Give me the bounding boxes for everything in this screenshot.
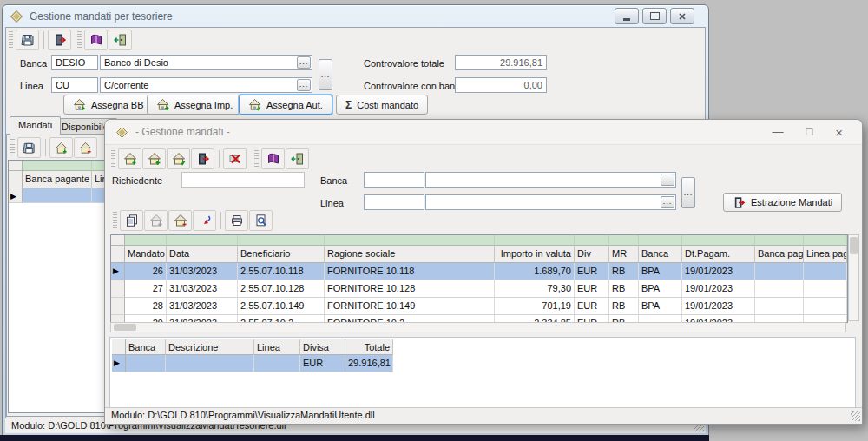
house-check-icon [248,98,261,111]
controvalore-banca-label: Controvalore con banca [364,79,465,93]
linea-desc-field[interactable] [425,194,676,210]
minimize-button[interactable]: — [772,125,783,140]
row-selector[interactable]: ▶ [9,188,23,203]
col-banca[interactable]: Banca [639,246,682,263]
col-importo[interactable]: Importo in valuta [495,246,575,263]
table-row[interactable]: 27 31/03/2023 2.55.07.10.128 FORNITORE 1… [111,280,847,298]
richiedente-field[interactable] [181,172,305,188]
edit-mandato-button[interactable] [142,148,166,169]
row-selector[interactable]: ▶ [112,355,126,372]
row-selector[interactable] [111,280,125,298]
col-beneficiario[interactable]: Beneficiario [238,246,325,263]
table-row[interactable]: 28 31/03/2023 2.55.07.10.149 FORNITORE 1… [111,298,847,315]
col-div[interactable]: Div [575,246,609,263]
assign-row-button[interactable] [49,137,73,158]
titlebar-tesoriere[interactable]: Gestione mandati per tesoriere [3,5,708,27]
col-banca-pagante[interactable]: Banca pagante [23,171,92,188]
vertical-scrollbar[interactable] [848,234,859,321]
copy-button[interactable] [120,210,143,231]
col-mandato[interactable]: Mandato [125,246,167,263]
summary-row[interactable]: ▶ EUR 29.916,81 [112,355,395,372]
exit-door-icon [291,152,305,166]
row-selector[interactable] [111,298,125,315]
banca-code-field[interactable]: DESIO [51,55,98,70]
close-report-button[interactable] [48,30,71,50]
minimize-button[interactable] [615,8,639,24]
delete-x-icon [228,152,242,166]
linea-browse-button[interactable]: ... [297,79,311,91]
app-diamond-icon [10,10,23,23]
help-button[interactable] [84,30,108,50]
delete-button[interactable] [223,148,247,169]
horizontal-scrollbar[interactable] [110,322,846,332]
assegna-aut-label: Assegna Aut. [266,100,323,110]
maximize-button[interactable]: □ [806,125,812,140]
mandati-grid: Mandato Data Beneficiario Ragione social… [110,234,848,323]
house-arrow-icon [156,98,169,111]
linea-desc-field[interactable]: C/corrente [100,77,312,93]
table-row[interactable]: ▶ 26 31/03/2023 2.55.07.10.118 FORNITORE… [111,263,847,280]
confirm-mandato-button[interactable] [167,148,190,169]
scrollbar-thumb[interactable] [850,237,858,254]
col-dtpagam[interactable]: Dt.Pagam. [682,246,755,263]
col-ragione-sociale[interactable]: Ragione sociale [325,246,495,263]
extraction-book-icon [733,196,746,209]
costi-mandato-button[interactable]: Σ Costi mandato [336,95,428,115]
close-button[interactable] [670,8,694,24]
row-selector[interactable]: ▶ [111,263,125,280]
banca-desc-field[interactable] [425,172,676,188]
titlebar-mandati[interactable]: - Gestione mandati - — □ × [105,120,862,145]
desktop: { "glyphs": {"browse": "...", "row_marke… [0,0,868,441]
scrollbar-thumb[interactable] [114,324,136,331]
banca-code-field[interactable] [364,172,424,188]
unassign-row-button[interactable] [74,137,97,158]
banca-desc-field[interactable]: Banco di Desio [100,55,312,70]
close-report-button[interactable] [191,148,214,169]
print-preview-button[interactable] [249,210,273,231]
toolbar-grip [111,150,115,168]
summary-grid: Banca Descrizione Linea Divisa Totale ▶ … [112,339,395,373]
col-mr[interactable]: MR [609,246,639,263]
linea-label: Linea [320,196,344,210]
linea-code-field[interactable] [364,194,424,210]
house-add-disabled-icon [149,214,163,227]
assegna-imp-button[interactable]: Assegna Imp. [147,95,242,115]
col-banca-pag[interactable]: Banca pag. [755,246,804,263]
exit-button[interactable] [286,148,309,169]
assegna-aut-button[interactable]: Assegna Aut. [239,95,332,115]
col-banca[interactable]: Banca [126,339,166,355]
col-linea-pag[interactable]: Linea pag. [804,246,847,263]
linea-browse-button[interactable]: ... [661,196,674,208]
estrazione-mandati-button[interactable]: Estrazione Mandati [723,193,842,212]
add-mandato-button[interactable] [118,148,141,169]
save-button[interactable] [16,30,39,50]
linea-code-field[interactable]: CU [51,77,98,93]
undo-button[interactable] [193,210,216,231]
print-icon [230,214,244,227]
dual-browse-button[interactable]: ... [681,177,695,208]
mandati-toolbar [110,148,310,169]
col-linea[interactable]: Linea [254,339,300,355]
col-descrizione[interactable]: Descrizione [166,339,254,355]
tab-mandati[interactable]: Mandati [10,116,61,135]
window-gestione-mandati: - Gestione mandati - — □ × Richiedente B… [104,119,863,425]
remove-row-button[interactable] [168,210,192,231]
maximize-button[interactable] [642,8,667,24]
save-grid-button[interactable] [17,137,41,158]
col-totale[interactable]: Totale [345,339,393,355]
banca-browse-button[interactable]: ... [661,174,674,186]
dual-browse-button[interactable]: ... [319,59,332,90]
col-divisa[interactable]: Divisa [300,339,345,355]
resize-grip[interactable] [851,411,860,421]
col-data[interactable]: Data [167,246,238,263]
close-button[interactable]: × [835,125,843,140]
exit-button[interactable] [108,30,132,50]
banca-browse-button[interactable]: ... [297,56,311,69]
house-remove-icon [79,142,92,155]
print-button[interactable] [225,210,248,231]
help-button[interactable] [261,148,285,169]
close-icon [678,12,687,21]
assegna-bb-button[interactable]: Assegna BB [63,95,154,115]
richiedente-label: Richiedente [112,174,162,188]
add-disabled-button[interactable] [144,210,168,231]
